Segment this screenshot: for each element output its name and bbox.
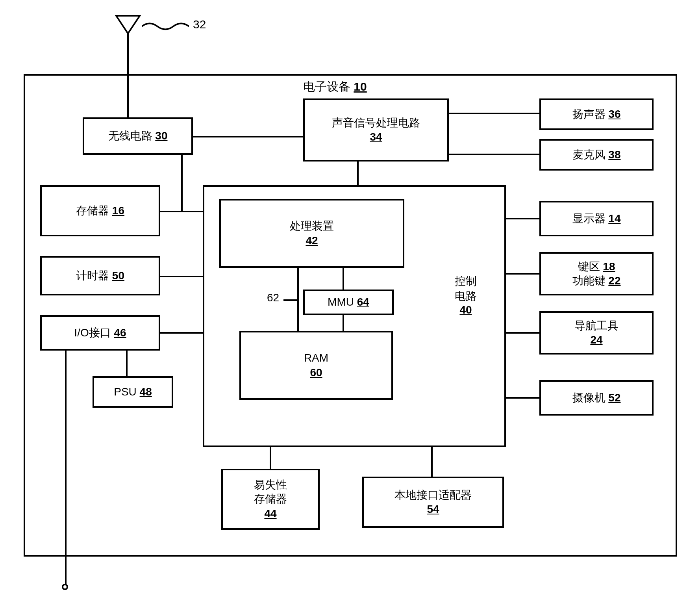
conn-audio-mic: [449, 154, 539, 155]
local-adapter-ref: 54: [427, 502, 439, 516]
display-label: 显示器: [572, 212, 606, 225]
conn-control-display: [506, 218, 540, 219]
io-box: I/O接口 46: [40, 315, 160, 351]
conn-audio-speaker: [449, 113, 539, 114]
volatile-mem-ref: 44: [264, 507, 276, 521]
radio-box: 无线电路 30: [83, 117, 193, 155]
speaker-ref: 36: [608, 108, 620, 120]
proc-label: 处理装置: [290, 219, 334, 233]
keypad-ref1: 18: [603, 260, 615, 273]
mmu-line-ref: 62: [267, 291, 279, 304]
conn-control-localadapter: [431, 447, 433, 477]
conn-radio-audio: [193, 136, 303, 137]
mic-ref: 38: [608, 149, 620, 161]
memory-box: 存储器 16: [40, 185, 160, 236]
nav-box: 导航工具 24: [539, 311, 654, 355]
proc-ref: 42: [306, 234, 318, 248]
device-title-ref: 10: [354, 80, 367, 93]
conn-mmu-ram-right: [343, 314, 344, 332]
keypad-box: 键区 18 功能键 22: [539, 252, 654, 295]
camera-box: 摄像机 52: [539, 380, 654, 416]
local-adapter-label: 本地接口适配器: [394, 488, 472, 502]
psu-ref: 48: [140, 386, 152, 398]
volatile-mem-l2: 存储器: [254, 492, 287, 506]
camera-label: 摄像机: [572, 392, 606, 404]
device-title-label: 电子设备: [303, 80, 350, 93]
conn-proc-ram-left: [297, 268, 299, 332]
psu-box: PSU 48: [93, 376, 173, 408]
radio-ref: 30: [155, 130, 167, 142]
io-label: I/O接口: [74, 327, 111, 339]
audio-label: 声音信号处理电路: [332, 116, 420, 130]
keypad-ref2: 22: [608, 275, 620, 287]
display-box: 显示器 14: [539, 201, 654, 236]
mic-label: 麦克风: [572, 149, 606, 161]
control-ref: 40: [455, 304, 477, 316]
io-ref: 46: [114, 327, 126, 339]
memory-label: 存储器: [76, 204, 109, 217]
antenna-lead: [142, 20, 189, 32]
nav-ref: 24: [590, 333, 602, 347]
psu-label: PSU: [114, 386, 137, 398]
camera-ref: 52: [608, 392, 620, 404]
conn-control-keypad: [506, 273, 540, 275]
conn-control-volmem: [270, 447, 271, 470]
conn-audio-down: [357, 161, 359, 186]
volatile-mem-box: 易失性 存储器 44: [221, 469, 320, 530]
radio-label: 无线电路: [108, 130, 152, 142]
keypad-label2: 功能键: [572, 275, 606, 287]
antenna-mast: [127, 33, 129, 117]
ram-ref: 60: [310, 366, 322, 380]
antenna-icon: [112, 14, 144, 35]
diagram-canvas: 电子设备 10 32 无线电路 30 声音信号处理电路 34 扬声器 36 麦克…: [0, 0, 700, 607]
control-label-2: 电路: [455, 289, 477, 304]
ram-label: RAM: [304, 351, 328, 365]
audio-ref: 34: [370, 130, 382, 144]
ram-box: RAM 60: [239, 331, 393, 400]
memory-ref: 16: [112, 204, 124, 217]
volatile-mem-l1: 易失性: [254, 478, 287, 492]
audio-box: 声音信号处理电路 34: [303, 98, 449, 161]
speaker-box: 扬声器 36: [539, 98, 654, 130]
speaker-label: 扬声器: [572, 108, 606, 120]
conn-radio-down: [181, 155, 183, 212]
timer-label: 计时器: [76, 269, 109, 282]
control-label-group: 控制 电路 40: [455, 274, 477, 316]
mmu-box: MMU 64: [303, 290, 394, 315]
conn-control-camera: [506, 397, 540, 399]
proc-box: 处理装置 42: [219, 199, 404, 268]
conn-proc-ram-right: [343, 268, 344, 290]
mic-box: 麦克风 38: [539, 139, 654, 171]
conn-memory-control: [160, 211, 204, 212]
nav-label: 导航工具: [574, 319, 619, 333]
keypad-label1: 键区: [578, 260, 600, 273]
device-title: 电子设备 10: [303, 79, 367, 95]
io-external-terminal: [62, 584, 68, 590]
timer-ref: 50: [112, 269, 124, 282]
control-label-1: 控制: [455, 274, 477, 289]
conn-io-external: [65, 351, 67, 585]
display-ref: 14: [608, 212, 620, 225]
conn-io-psu: [126, 351, 128, 377]
antenna-ref: 32: [193, 18, 206, 31]
conn-io-control: [160, 332, 204, 334]
timer-box: 计时器 50: [40, 256, 160, 295]
conn-timer-control: [160, 276, 204, 277]
mmu-label: MMU: [328, 296, 354, 308]
conn-control-nav: [506, 332, 540, 334]
mmu-ref: 64: [357, 296, 369, 308]
local-adapter-box: 本地接口适配器 54: [362, 477, 504, 528]
mmu-line-tick: [283, 299, 297, 301]
